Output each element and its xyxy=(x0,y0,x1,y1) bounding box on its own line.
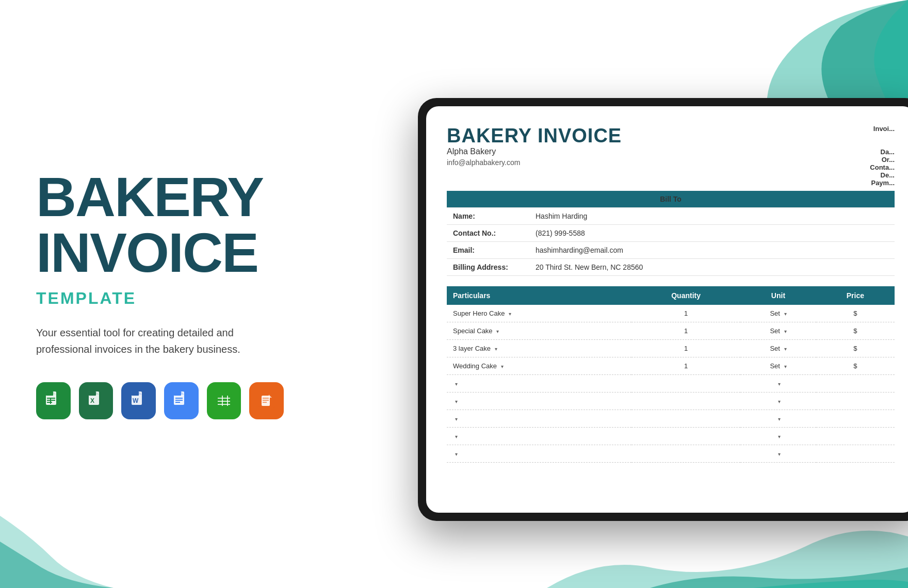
table-row: ▾ ▾ xyxy=(447,445,895,463)
bill-to-field-label: Billing Address: xyxy=(447,259,529,276)
item-unit-empty: ▾ xyxy=(740,428,816,445)
bill-to-field-value: Hashim Harding xyxy=(529,208,895,225)
item-quantity-empty xyxy=(631,393,740,410)
svg-rect-13 xyxy=(174,391,181,396)
svg-text:W: W xyxy=(133,397,139,404)
item-price: $ xyxy=(816,357,895,375)
item-price-empty xyxy=(816,410,895,428)
svg-rect-18 xyxy=(218,398,230,399)
bakery-name: Alpha Bakery xyxy=(447,147,622,156)
bakery-email: info@alphabakery.com xyxy=(447,158,622,167)
item-quantity: 1 xyxy=(631,322,740,340)
svg-rect-14 xyxy=(175,398,183,399)
invoice-main-title: BAKERY INVOICE xyxy=(447,125,622,147)
item-unit: Set ▾ xyxy=(740,322,816,340)
bill-to-row: Email: hashimharding@email.com xyxy=(447,242,895,259)
item-unit: Set ▾ xyxy=(740,340,816,357)
svg-rect-5 xyxy=(50,398,51,404)
item-unit: Set ▾ xyxy=(740,305,816,322)
item-name: Super Hero Cake ▾ xyxy=(447,305,631,322)
left-title-bakery: BAKERY xyxy=(36,169,284,225)
invoice-number-label: Invoi... xyxy=(870,125,895,133)
items-table: ParticularsQuantityUnitPrice Super Hero … xyxy=(447,286,895,463)
item-quantity-empty xyxy=(631,375,740,393)
bill-to-table: Bill To Name: Hashim Harding Contact No.… xyxy=(447,191,895,276)
item-unit-empty: ▾ xyxy=(740,410,816,428)
table-row: ▾ ▾ xyxy=(447,428,895,445)
left-subtitle: TEMPLATE xyxy=(36,289,284,308)
svg-rect-7 xyxy=(89,391,96,396)
item-unit-empty: ▾ xyxy=(740,393,816,410)
bill-to-row: Billing Address: 20 Third St. New Bern, … xyxy=(447,259,895,276)
svg-rect-16 xyxy=(175,402,180,403)
item-quantity-empty xyxy=(631,410,740,428)
invoice-contact2-label: Conta... xyxy=(870,164,895,171)
svg-rect-25 xyxy=(263,398,269,399)
item-name-empty: ▾ xyxy=(447,375,631,393)
tablet-screen: BAKERY INVOICE Alpha Bakery info@alphaba… xyxy=(426,106,908,513)
invoice-right-info: Invoi... Da... Or... Conta... De... Paym… xyxy=(870,125,895,187)
bill-to-field-value: 20 Third St. New Bern, NC 28560 xyxy=(529,259,895,276)
invoice-content: BAKERY INVOICE Alpha Bakery info@alphaba… xyxy=(426,106,908,513)
bill-to-field-label: Email: xyxy=(447,242,529,259)
left-description: Your essential tool for creating detaile… xyxy=(36,324,284,357)
item-quantity-empty xyxy=(631,445,740,463)
bill-to-header: Bill To xyxy=(447,191,895,208)
invoice-delivery-label: De... xyxy=(870,171,895,179)
table-row: ▾ ▾ xyxy=(447,375,895,393)
pages-icon xyxy=(249,382,284,419)
bill-to-field-label: Contact No.: xyxy=(447,225,529,242)
numbers-icon xyxy=(207,382,241,419)
item-price: $ xyxy=(816,340,895,357)
svg-rect-26 xyxy=(263,400,269,401)
item-price-empty xyxy=(816,393,895,410)
items-col-header: Quantity xyxy=(631,286,740,305)
svg-rect-22 xyxy=(227,396,228,406)
word-icon: W xyxy=(121,382,156,419)
item-unit-empty: ▾ xyxy=(740,375,816,393)
svg-rect-10 xyxy=(132,391,139,396)
item-name: Special Cake ▾ xyxy=(447,322,631,340)
tablet-wrapper: BAKERY INVOICE Alpha Bakery info@alphaba… xyxy=(418,98,908,521)
invoice-left-header: BAKERY INVOICE Alpha Bakery info@alphaba… xyxy=(447,125,622,179)
items-col-header: Unit xyxy=(740,286,816,305)
svg-rect-4 xyxy=(47,402,52,403)
google-docs-icon xyxy=(164,382,199,419)
item-name-empty: ▾ xyxy=(447,428,631,445)
svg-rect-27 xyxy=(263,402,267,403)
invoice-header-row: BAKERY INVOICE Alpha Bakery info@alphaba… xyxy=(447,125,895,187)
item-price-empty xyxy=(816,375,895,393)
bill-to-row: Contact No.: (821) 999-5588 xyxy=(447,225,895,242)
bill-to-row: Name: Hashim Harding xyxy=(447,208,895,225)
svg-rect-19 xyxy=(218,401,230,402)
item-quantity: 1 xyxy=(631,305,740,322)
item-price: $ xyxy=(816,322,895,340)
svg-rect-20 xyxy=(218,404,230,405)
bill-to-field-label: Name: xyxy=(447,208,529,225)
item-unit-empty: ▾ xyxy=(740,445,816,463)
table-row: Special Cake ▾ 1 Set ▾ $ xyxy=(447,322,895,340)
item-name: Wedding Cake ▾ xyxy=(447,357,631,375)
right-panel: BAKERY INVOICE Alpha Bakery info@alphaba… xyxy=(320,0,908,588)
invoice-payment-label: Paym... xyxy=(870,179,895,187)
table-row: Wedding Cake ▾ 1 Set ▾ $ xyxy=(447,357,895,375)
item-quantity: 1 xyxy=(631,357,740,375)
item-price: $ xyxy=(816,305,895,322)
svg-rect-21 xyxy=(222,396,223,406)
item-name-empty: ▾ xyxy=(447,445,631,463)
invoice-date-label: Da... xyxy=(870,148,895,156)
bill-to-field-value: hashimharding@email.com xyxy=(529,242,895,259)
bill-to-field-value: (821) 999-5588 xyxy=(529,225,895,242)
svg-rect-15 xyxy=(175,400,183,401)
table-row: Super Hero Cake ▾ 1 Set ▾ $ xyxy=(447,305,895,322)
item-quantity-empty xyxy=(631,428,740,445)
item-unit: Set ▾ xyxy=(740,357,816,375)
item-name-empty: ▾ xyxy=(447,393,631,410)
item-price-empty xyxy=(816,445,895,463)
excel-icon: X xyxy=(79,382,113,419)
table-row: ▾ ▾ xyxy=(447,393,895,410)
svg-text:X: X xyxy=(90,397,94,404)
items-col-header: Price xyxy=(816,286,895,305)
item-name: 3 layer Cake ▾ xyxy=(447,340,631,357)
left-title-invoice: INVOICE xyxy=(36,225,284,281)
